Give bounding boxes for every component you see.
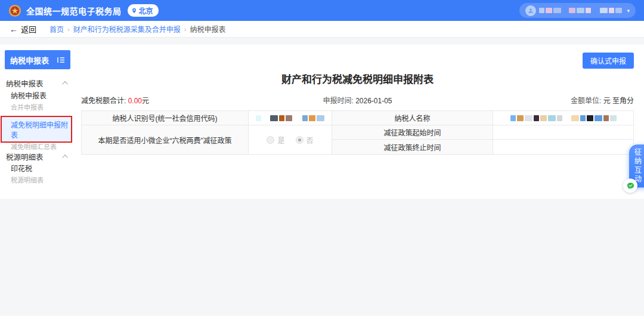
interaction-float-tab[interactable]: 征纳互动 [629, 144, 644, 187]
form-info-row: 减免税额合计: 0.00元 申报时间: 2026-01-05 金额单位: 元 至… [81, 95, 634, 105]
sidebar-title: 纳税申报表 [10, 54, 49, 66]
amount-unit-note: 金额单位: 元 至角分 [461, 95, 634, 105]
confirm-declaration-button[interactable]: 确认式申报 [583, 53, 634, 69]
policy-end-value-cell [493, 140, 633, 154]
app-title: 全国统一规范电子税务局 [26, 5, 122, 17]
reduction-total: 减免税额合计: 0.00元 [81, 95, 254, 105]
breadcrumb-separator: › [67, 26, 70, 33]
taxpayer-name-label-cell: 纳税人名称 [332, 111, 493, 125]
chevron-down-icon: ▾ [627, 8, 630, 14]
chevron-up-icon [62, 81, 68, 87]
item-label: 减免税明细申报附表 [11, 119, 73, 140]
back-button[interactable]: ← 返回 [10, 23, 36, 35]
item-sublabel: 税源明细表 [11, 175, 73, 184]
section-label: 纳税申报表 [6, 78, 44, 89]
bottom-strip [0, 316, 644, 323]
taxpayer-name-masked-value [510, 115, 617, 121]
content-panel: 纳税申报表 纳税申报表 纳税申报表 合并申报表 减免税明细申报附表 减免明细汇总… [0, 45, 644, 199]
interaction-tab-label: 征纳互动 [633, 148, 643, 184]
item-sublabel: 减免明细汇总表 [11, 141, 73, 151]
national-emblem-icon [8, 4, 21, 17]
taxpayer-id-masked-value [255, 115, 325, 121]
radio-circle-icon[interactable] [267, 136, 274, 144]
top-bar: 全国统一规范电子税务局 北京 ▾ [0, 0, 644, 21]
breadcrumb-collection[interactable]: 财产和行为税税源采集及合并申报 [73, 24, 181, 34]
form-title: 财产和行为税减免税明细申报附表 [81, 71, 634, 86]
radio-label: 是 [277, 135, 284, 145]
radio-option[interactable]: 是 [267, 135, 284, 145]
user-name-masked [538, 8, 623, 13]
chat-assistant-icon[interactable] [623, 179, 637, 193]
sidebar-title-bar: 纳税申报表 [5, 50, 70, 69]
location-label: 北京 [139, 5, 153, 16]
location-badge[interactable]: 北京 [128, 4, 159, 17]
amount-unit-value: 元 至角分 [603, 97, 634, 105]
collapse-sidebar-icon[interactable] [57, 57, 65, 63]
item-label: 纳税申报表 [11, 90, 73, 100]
sidebar: 纳税申报表 纳税申报表 纳税申报表 合并申报表 减免税明细申报附表 减免明细汇总… [0, 45, 76, 199]
taxpayer-name-value-cell [493, 111, 633, 125]
user-account-menu[interactable]: ▾ [519, 3, 636, 18]
section-label: 税源明细表 [6, 151, 44, 162]
taxpayer-id-value-cell [249, 111, 332, 125]
policy-start-label-cell: 减征政策起始时间 [332, 125, 493, 140]
chevron-up-icon [62, 155, 68, 161]
back-label: 返回 [21, 23, 36, 35]
reduction-total-value: 0.00 [128, 97, 142, 105]
sidebar-section-declaration-forms[interactable]: 纳税申报表 [6, 78, 68, 89]
location-pin-icon [131, 8, 137, 14]
item-sublabel: 合并申报表 [11, 102, 73, 112]
breadcrumb-bar: ← 返回 首页 › 财产和行为税税源采集及合并申报 › 纳税申报表 [0, 21, 644, 38]
declare-time: 申报时间: 2026-01-05 [254, 95, 462, 105]
sidebar-item-reduction-detail-annex[interactable]: 减免税明细申报附表 减免明细汇总表 [0, 116, 73, 141]
back-arrow-icon: ← [10, 25, 18, 33]
taxpayer-id-label-cell: 纳税人识别号(统一社会信用代码) [82, 111, 249, 125]
sidebar-section-tax-source-details[interactable]: 税源明细表 [6, 151, 68, 162]
declare-time-value: 2026-01-05 [355, 97, 392, 105]
reduction-total-unit: 元 [142, 97, 149, 105]
amount-unit-label: 金额单位: [571, 97, 601, 105]
radio-option[interactable]: 否 [296, 135, 314, 145]
policy-end-label-cell: 减征政策终止时间 [332, 140, 493, 154]
policy-radio-group[interactable]: 是否 [267, 135, 313, 145]
breadcrumb-home[interactable]: 首页 [49, 24, 64, 34]
policy-question-label-cell: 本期是否适用小微企业“六税两费”减征政策 [82, 125, 249, 154]
item-label: 印花税 [11, 163, 73, 173]
user-avatar-icon [525, 5, 536, 16]
breadcrumb-current: 纳税申报表 [190, 24, 225, 34]
radio-label: 否 [306, 135, 314, 145]
declare-time-label: 申报时间: [323, 97, 353, 105]
policy-start-value-cell [493, 125, 633, 140]
sidebar-item-stamp-tax[interactable]: 印花税 税源明细表 [0, 163, 73, 184]
reduction-total-label: 减免税额合计: [81, 97, 126, 105]
radio-circle-icon[interactable] [296, 136, 304, 144]
main-content: 确认式申报 财产和行为税减免税明细申报附表 减免税额合计: 0.00元 申报时间… [76, 45, 644, 199]
declaration-table: 纳税人识别号(统一社会信用代码) 纳税人名称 本期是否适用小微企业“六税两费”减… [81, 110, 634, 155]
policy-radio-cell: 是否 [249, 125, 332, 154]
breadcrumb-separator: › [184, 26, 187, 33]
sidebar-item-tax-return[interactable]: 纳税申报表 合并申报表 [0, 90, 73, 112]
